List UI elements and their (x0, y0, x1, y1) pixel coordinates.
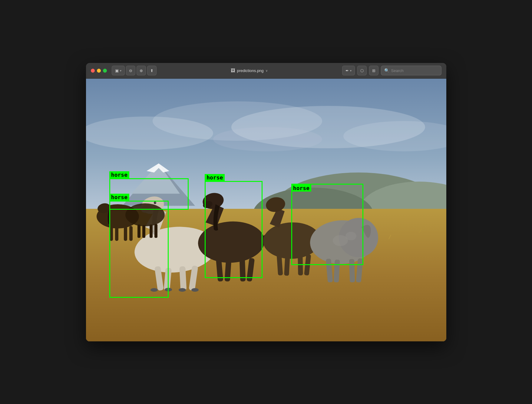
zoom-out-icon: ⊖ (129, 68, 132, 73)
svg-rect-52 (349, 259, 355, 282)
svg-point-30 (165, 288, 172, 291)
toolbox-button[interactable]: ⊞ (369, 66, 378, 75)
svg-point-55 (345, 232, 356, 240)
zoom-in-icon: ⊕ (140, 68, 143, 73)
close-button[interactable] (91, 69, 95, 73)
stamp-icon: ⬡ (360, 68, 364, 73)
share-icon: ⬆ (150, 68, 154, 73)
svg-rect-58 (110, 226, 113, 241)
maximize-button[interactable] (103, 69, 107, 73)
svg-point-29 (150, 288, 158, 292)
svg-point-32 (191, 288, 199, 292)
app-window: ▣ ▾ ⊖ ⊕ ⬆ 🖼 predictions.png ∨ ✒ (86, 63, 446, 341)
traffic-lights (91, 69, 107, 73)
sidebar-icon: ▣ (115, 68, 119, 73)
svg-rect-63 (137, 225, 140, 238)
zoom-in-button[interactable]: ⊕ (137, 66, 146, 75)
svg-point-24 (155, 202, 156, 203)
stamp-button[interactable]: ⬡ (357, 66, 367, 75)
chevron-down-icon: ▾ (120, 69, 121, 72)
image-area: horse horse horse horse (86, 79, 446, 341)
svg-rect-65 (150, 225, 153, 238)
svg-rect-66 (154, 224, 157, 238)
svg-rect-39 (239, 258, 246, 281)
svg-point-31 (179, 288, 186, 292)
toolbar-center: 🖼 predictions.png ∨ (159, 68, 340, 73)
toolbar-left: ▣ ▾ ⊖ ⊕ ⬆ (112, 66, 157, 75)
search-icon: 🔍 (384, 68, 389, 73)
svg-rect-61 (129, 226, 133, 241)
svg-point-62 (125, 203, 165, 226)
svg-rect-27 (179, 266, 187, 291)
pen-icon: ✒ (345, 68, 349, 73)
svg-rect-60 (124, 226, 127, 241)
zoom-out-button[interactable]: ⊖ (126, 66, 135, 75)
svg-rect-59 (115, 227, 118, 241)
sidebar-toggle-button[interactable]: ▣ ▾ (112, 66, 125, 75)
pen-tool-button[interactable]: ✒ ▾ (342, 66, 355, 75)
title-chevron-icon: ∨ (266, 69, 268, 72)
window-title: 🖼 predictions.png ∨ (231, 68, 267, 73)
share-button[interactable]: ⬆ (147, 66, 157, 75)
svg-point-5 (213, 127, 322, 151)
file-icon: 🖼 (231, 68, 235, 73)
window-title-text: predictions.png (237, 68, 263, 73)
svg-rect-64 (142, 225, 145, 238)
pen-chevron-icon: ▾ (350, 69, 352, 72)
titlebar: ▣ ▾ ⊖ ⊕ ⬆ 🖼 predictions.png ∨ ✒ (86, 63, 446, 79)
toolbar-right: ✒ ▾ ⬡ ⊞ 🔍 (342, 66, 441, 75)
toolbox-icon: ⊞ (372, 68, 375, 73)
minimize-button[interactable] (97, 69, 101, 73)
search-bar[interactable]: 🔍 (381, 66, 441, 75)
svg-rect-46 (298, 255, 303, 275)
horses-illustration (86, 79, 446, 341)
search-input[interactable] (391, 68, 438, 73)
